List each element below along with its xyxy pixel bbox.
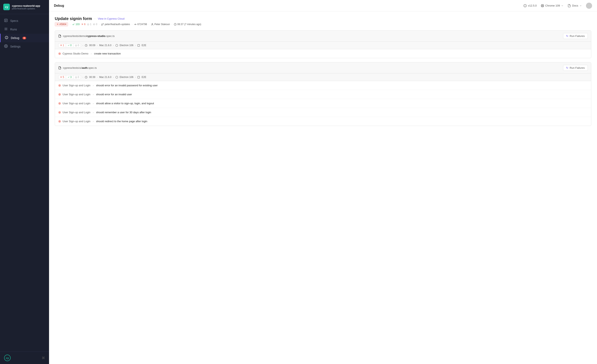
spec-meta-demo: ✕1 0 ◎0 · 00:09 · Mac 21.6.0 · El [55,42,591,49]
chevron-icon: › [93,93,94,96]
topbar: Debug v12.5.0 Chrome 109 Docs [49,0,597,11]
chevron-icon: › [93,84,94,87]
chevron-icon: › [93,102,94,105]
spec-meta-auth: ✕5 3 ◎0 · 00:39 · Mac 21.6.0 · El [55,73,591,81]
file-icon [58,34,61,38]
view-cloud-link[interactable]: View in Cypress Cloud [98,17,125,20]
check-small-icon-auth [68,76,70,78]
file-icon-auth [58,66,61,69]
cy-logo: cy [4,355,11,361]
content-area: Update signin form · View in Cypress Clo… [49,11,597,364]
app-name: cypress-realworld-app [12,4,40,7]
svg-point-15 [542,5,543,6]
svg-point-26 [152,23,153,24]
test-row[interactable]: ⊗ User Sign-up and Login › should allow … [55,99,591,108]
user-avatar[interactable] [586,3,592,9]
run-author: Peter Stakoun [151,23,170,26]
pending-icon: ◎ [87,23,89,26]
test-suite: User Sign-up and Login [63,84,91,87]
sidebar-item-specs[interactable]: Specs [0,16,49,25]
error-icon: ⊗ [58,101,61,105]
version-label: v12.5.0 [528,4,537,7]
sidebar: cy cypress-realworld-app peter/feat/auth… [0,0,49,364]
test-name: should error for an invalid user [96,93,132,96]
svg-point-32 [116,76,118,78]
run-id: #5904 [59,23,66,26]
debug-icon [5,36,8,40]
chevron-icon: › [93,120,94,123]
sidebar-header: cy cypress-realworld-app peter/feat/auth… [0,0,49,14]
debug-label: Debug [11,36,19,40]
test-suite: User Sign-up and Login [63,120,91,123]
keyboard-icon[interactable]: ⌘ [42,356,45,360]
error-icon: ⊗ [58,110,61,114]
demo-pending: ◎0 [73,44,81,47]
cross-icon: ✕ [81,23,83,26]
demo-checks: 0 [66,44,74,47]
auth-crosses: ✕5 [58,75,66,79]
sidebar-item-runs[interactable]: Runs [0,25,49,34]
e2e-icon-auth [137,76,140,79]
docs-item[interactable]: Docs [568,4,582,7]
spec-card-auth: cypress/tests/ui/auth.spec.ts ↻ Run Fail… [55,62,591,126]
run-duration: 06:37 (7 minutes ago) [174,23,201,26]
test-name: should error for an invalid password for… [96,84,157,87]
docs-chevron-icon [579,5,582,7]
browser-item[interactable]: Chrome 109 [541,4,564,7]
test-row[interactable]: ⊗ Cypress Studio Demo › create new trans… [55,49,591,58]
spec-counts-demo: ✕1 0 ◎0 [58,43,81,47]
chevron-icon: › [91,53,92,55]
test-name: should allow a visitor to sign-up, login… [96,102,154,105]
test-row[interactable]: ⊗ User Sign-up and Login › should error … [55,81,591,90]
test-suite: User Sign-up and Login [63,102,91,105]
test-row[interactable]: ⊗ User Sign-up and Login › should rememb… [55,108,591,117]
settings-icon [4,44,8,49]
error-x-icon: ✕ [57,23,59,26]
auth-test-list: ⊗ User Sign-up and Login › should error … [55,81,591,126]
spec-card-auth-header: cypress/tests/ui/auth.spec.ts ↻ Run Fail… [55,62,591,73]
svg-line-18 [543,5,543,5]
run-checks: 103 [72,23,80,26]
branch-icon [101,23,104,26]
test-row[interactable]: ⊗ User Sign-up and Login › should error … [55,90,591,99]
spec-counts-auth: ✕5 3 ◎0 [58,75,81,79]
svg-rect-33 [138,76,140,78]
sidebar-item-settings[interactable]: Settings [0,42,49,51]
svg-line-16 [542,5,542,5]
e2e-icon [137,44,140,47]
version-icon [523,4,527,7]
run-failures-btn-demo[interactable]: ↻ Run Failures [563,33,588,39]
main-content: Debug v12.5.0 Chrome 109 Docs Update sig… [49,0,597,364]
browser-icon [541,4,544,7]
runs-label: Runs [10,28,17,31]
run-id-badge[interactable]: ✕ #5904 [55,22,68,26]
docs-icon [568,4,571,7]
run-failures-btn-auth[interactable]: ↻ Run Failures [563,65,588,71]
run-pending: ◎ 1 [87,23,91,26]
svg-rect-30 [138,44,140,46]
docs-label: Docs [572,4,578,7]
settings-label: Settings [10,45,21,48]
auth-checks: 3 [66,75,74,79]
run-header: Update signin form · View in Cypress Clo… [55,16,591,21]
debug-badge: 6 [23,37,26,39]
test-suite: Cypress Studio Demo [63,52,88,55]
error-icon: ⊗ [58,52,61,55]
spec-path-demo: cypress/tests/demo/cypress-studio.spec.t… [63,34,115,38]
test-row[interactable]: ⊗ User Sign-up and Login › should redire… [55,117,591,126]
version-item[interactable]: v12.5.0 [523,4,537,7]
svg-point-21 [103,23,103,24]
svg-point-23 [135,24,136,25]
svg-line-19 [542,6,542,7]
test-suite: User Sign-up and Login [63,111,91,114]
check-icon [72,23,75,26]
runs-icon [4,27,8,32]
svg-point-29 [116,44,118,46]
spec-path-auth: cypress/tests/ui/auth.spec.ts [63,66,97,69]
author-icon [151,23,154,26]
sidebar-nav: Specs Runs Debug 6 Settings [0,14,49,352]
sidebar-item-debug[interactable]: Debug 6 [0,34,49,42]
auth-pending: ◎0 [73,75,81,79]
spec-card-demo: cypress/tests/demo/cypress-studio.spec.t… [55,30,591,58]
browser-label: Chrome 109 [545,4,560,7]
